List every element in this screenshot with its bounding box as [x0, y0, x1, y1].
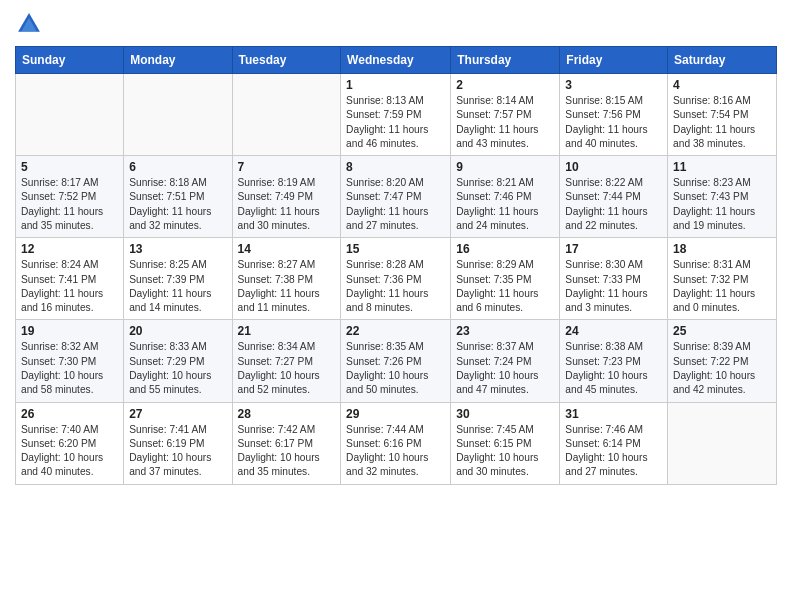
calendar-cell: 5Sunrise: 8:17 AM Sunset: 7:52 PM Daylig… — [16, 156, 124, 238]
day-number: 7 — [238, 160, 336, 174]
day-info: Sunrise: 8:27 AM Sunset: 7:38 PM Dayligh… — [238, 258, 336, 315]
day-info: Sunrise: 8:25 AM Sunset: 7:39 PM Dayligh… — [129, 258, 226, 315]
calendar-week-5: 26Sunrise: 7:40 AM Sunset: 6:20 PM Dayli… — [16, 402, 777, 484]
day-info: Sunrise: 8:35 AM Sunset: 7:26 PM Dayligh… — [346, 340, 445, 397]
calendar-cell: 10Sunrise: 8:22 AM Sunset: 7:44 PM Dayli… — [560, 156, 668, 238]
calendar-cell: 3Sunrise: 8:15 AM Sunset: 7:56 PM Daylig… — [560, 74, 668, 156]
day-number: 6 — [129, 160, 226, 174]
day-info: Sunrise: 7:45 AM Sunset: 6:15 PM Dayligh… — [456, 423, 554, 480]
calendar-cell — [16, 74, 124, 156]
day-info: Sunrise: 8:21 AM Sunset: 7:46 PM Dayligh… — [456, 176, 554, 233]
day-number: 10 — [565, 160, 662, 174]
day-info: Sunrise: 7:40 AM Sunset: 6:20 PM Dayligh… — [21, 423, 118, 480]
day-number: 19 — [21, 324, 118, 338]
calendar-cell: 19Sunrise: 8:32 AM Sunset: 7:30 PM Dayli… — [16, 320, 124, 402]
calendar-cell: 21Sunrise: 8:34 AM Sunset: 7:27 PM Dayli… — [232, 320, 341, 402]
day-info: Sunrise: 8:23 AM Sunset: 7:43 PM Dayligh… — [673, 176, 771, 233]
calendar-cell: 15Sunrise: 8:28 AM Sunset: 7:36 PM Dayli… — [341, 238, 451, 320]
day-info: Sunrise: 8:33 AM Sunset: 7:29 PM Dayligh… — [129, 340, 226, 397]
day-number: 3 — [565, 78, 662, 92]
weekday-header-saturday: Saturday — [668, 47, 777, 74]
day-info: Sunrise: 8:39 AM Sunset: 7:22 PM Dayligh… — [673, 340, 771, 397]
day-info: Sunrise: 8:28 AM Sunset: 7:36 PM Dayligh… — [346, 258, 445, 315]
calendar-cell: 23Sunrise: 8:37 AM Sunset: 7:24 PM Dayli… — [451, 320, 560, 402]
day-info: Sunrise: 8:31 AM Sunset: 7:32 PM Dayligh… — [673, 258, 771, 315]
day-number: 24 — [565, 324, 662, 338]
calendar-cell — [124, 74, 232, 156]
calendar-cell: 16Sunrise: 8:29 AM Sunset: 7:35 PM Dayli… — [451, 238, 560, 320]
day-info: Sunrise: 8:14 AM Sunset: 7:57 PM Dayligh… — [456, 94, 554, 151]
calendar-week-1: 1Sunrise: 8:13 AM Sunset: 7:59 PM Daylig… — [16, 74, 777, 156]
day-number: 16 — [456, 242, 554, 256]
day-info: Sunrise: 7:42 AM Sunset: 6:17 PM Dayligh… — [238, 423, 336, 480]
day-number: 29 — [346, 407, 445, 421]
day-info: Sunrise: 8:29 AM Sunset: 7:35 PM Dayligh… — [456, 258, 554, 315]
day-number: 18 — [673, 242, 771, 256]
calendar-cell: 4Sunrise: 8:16 AM Sunset: 7:54 PM Daylig… — [668, 74, 777, 156]
calendar-cell: 9Sunrise: 8:21 AM Sunset: 7:46 PM Daylig… — [451, 156, 560, 238]
day-info: Sunrise: 8:37 AM Sunset: 7:24 PM Dayligh… — [456, 340, 554, 397]
calendar-cell: 28Sunrise: 7:42 AM Sunset: 6:17 PM Dayli… — [232, 402, 341, 484]
calendar-cell: 11Sunrise: 8:23 AM Sunset: 7:43 PM Dayli… — [668, 156, 777, 238]
calendar-cell: 26Sunrise: 7:40 AM Sunset: 6:20 PM Dayli… — [16, 402, 124, 484]
logo — [15, 10, 47, 38]
weekday-header-sunday: Sunday — [16, 47, 124, 74]
day-number: 9 — [456, 160, 554, 174]
day-info: Sunrise: 8:16 AM Sunset: 7:54 PM Dayligh… — [673, 94, 771, 151]
day-number: 2 — [456, 78, 554, 92]
day-number: 15 — [346, 242, 445, 256]
day-number: 31 — [565, 407, 662, 421]
day-info: Sunrise: 8:32 AM Sunset: 7:30 PM Dayligh… — [21, 340, 118, 397]
day-number: 13 — [129, 242, 226, 256]
day-number: 26 — [21, 407, 118, 421]
page: SundayMondayTuesdayWednesdayThursdayFrid… — [0, 0, 792, 612]
day-number: 30 — [456, 407, 554, 421]
day-number: 20 — [129, 324, 226, 338]
calendar-table: SundayMondayTuesdayWednesdayThursdayFrid… — [15, 46, 777, 485]
calendar-cell: 8Sunrise: 8:20 AM Sunset: 7:47 PM Daylig… — [341, 156, 451, 238]
day-info: Sunrise: 8:22 AM Sunset: 7:44 PM Dayligh… — [565, 176, 662, 233]
calendar-cell: 2Sunrise: 8:14 AM Sunset: 7:57 PM Daylig… — [451, 74, 560, 156]
calendar-week-2: 5Sunrise: 8:17 AM Sunset: 7:52 PM Daylig… — [16, 156, 777, 238]
day-info: Sunrise: 7:44 AM Sunset: 6:16 PM Dayligh… — [346, 423, 445, 480]
day-number: 5 — [21, 160, 118, 174]
calendar-cell: 14Sunrise: 8:27 AM Sunset: 7:38 PM Dayli… — [232, 238, 341, 320]
weekday-header-monday: Monday — [124, 47, 232, 74]
calendar-cell — [232, 74, 341, 156]
day-info: Sunrise: 7:41 AM Sunset: 6:19 PM Dayligh… — [129, 423, 226, 480]
calendar-cell: 17Sunrise: 8:30 AM Sunset: 7:33 PM Dayli… — [560, 238, 668, 320]
day-number: 1 — [346, 78, 445, 92]
weekday-header-wednesday: Wednesday — [341, 47, 451, 74]
day-number: 22 — [346, 324, 445, 338]
day-number: 28 — [238, 407, 336, 421]
calendar-cell: 31Sunrise: 7:46 AM Sunset: 6:14 PM Dayli… — [560, 402, 668, 484]
calendar-week-4: 19Sunrise: 8:32 AM Sunset: 7:30 PM Dayli… — [16, 320, 777, 402]
header — [15, 10, 777, 38]
day-number: 14 — [238, 242, 336, 256]
day-number: 11 — [673, 160, 771, 174]
weekday-header-tuesday: Tuesday — [232, 47, 341, 74]
day-number: 17 — [565, 242, 662, 256]
day-number: 4 — [673, 78, 771, 92]
day-info: Sunrise: 8:13 AM Sunset: 7:59 PM Dayligh… — [346, 94, 445, 151]
day-info: Sunrise: 8:24 AM Sunset: 7:41 PM Dayligh… — [21, 258, 118, 315]
calendar-cell: 24Sunrise: 8:38 AM Sunset: 7:23 PM Dayli… — [560, 320, 668, 402]
day-info: Sunrise: 8:20 AM Sunset: 7:47 PM Dayligh… — [346, 176, 445, 233]
day-info: Sunrise: 8:18 AM Sunset: 7:51 PM Dayligh… — [129, 176, 226, 233]
calendar-cell: 1Sunrise: 8:13 AM Sunset: 7:59 PM Daylig… — [341, 74, 451, 156]
calendar-cell — [668, 402, 777, 484]
calendar-header-row: SundayMondayTuesdayWednesdayThursdayFrid… — [16, 47, 777, 74]
calendar-cell: 18Sunrise: 8:31 AM Sunset: 7:32 PM Dayli… — [668, 238, 777, 320]
weekday-header-friday: Friday — [560, 47, 668, 74]
day-info: Sunrise: 7:46 AM Sunset: 6:14 PM Dayligh… — [565, 423, 662, 480]
day-info: Sunrise: 8:15 AM Sunset: 7:56 PM Dayligh… — [565, 94, 662, 151]
calendar-cell: 22Sunrise: 8:35 AM Sunset: 7:26 PM Dayli… — [341, 320, 451, 402]
day-info: Sunrise: 8:34 AM Sunset: 7:27 PM Dayligh… — [238, 340, 336, 397]
calendar-cell: 29Sunrise: 7:44 AM Sunset: 6:16 PM Dayli… — [341, 402, 451, 484]
day-number: 8 — [346, 160, 445, 174]
calendar-cell: 20Sunrise: 8:33 AM Sunset: 7:29 PM Dayli… — [124, 320, 232, 402]
day-info: Sunrise: 8:19 AM Sunset: 7:49 PM Dayligh… — [238, 176, 336, 233]
day-info: Sunrise: 8:30 AM Sunset: 7:33 PM Dayligh… — [565, 258, 662, 315]
day-number: 25 — [673, 324, 771, 338]
day-info: Sunrise: 8:38 AM Sunset: 7:23 PM Dayligh… — [565, 340, 662, 397]
